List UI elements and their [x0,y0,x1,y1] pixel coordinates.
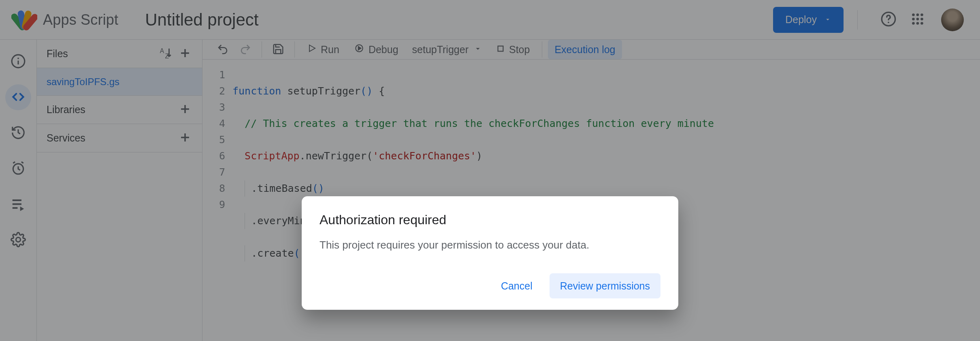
dialog-body: This project requires your permission to… [320,239,660,251]
dialog-title: Authorization required [320,212,660,227]
cancel-button[interactable]: Cancel [490,273,543,298]
review-permissions-button[interactable]: Review permissions [550,273,660,298]
dialog-actions: Cancel Review permissions [320,273,660,298]
authorization-dialog: Authorization required This project requ… [302,196,678,310]
